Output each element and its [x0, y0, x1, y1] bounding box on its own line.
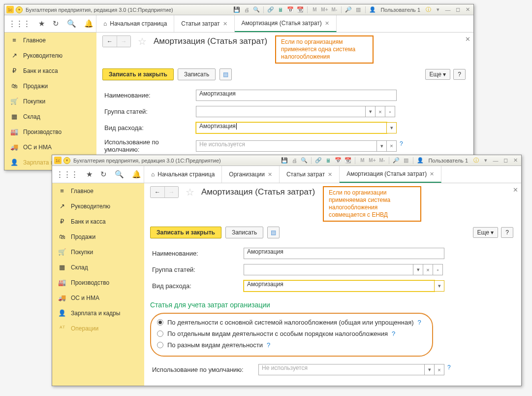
tab-close-icon[interactable]: ✕: [223, 21, 227, 27]
memo-mplus[interactable]: М+: [368, 157, 376, 165]
tab-amort[interactable]: Амортизация (Статья затрат) ✕: [340, 166, 441, 183]
minimize-button[interactable]: —: [492, 157, 500, 165]
sidebar-item-assets[interactable]: 🚚ОС и НМА: [4, 139, 96, 155]
calendar-icon[interactable]: 📅: [334, 157, 342, 165]
help-link[interactable]: ?: [267, 341, 270, 349]
radio-opt2[interactable]: [157, 330, 163, 337]
restore-button[interactable]: ◻: [454, 6, 462, 14]
content-close-button[interactable]: ✕: [465, 35, 470, 43]
link-icon[interactable]: 🔗: [267, 6, 275, 14]
sidebar-item-warehouse[interactable]: ▦Склад: [4, 109, 96, 124]
more-button[interactable]: Еще ▾: [473, 227, 499, 238]
app-menu-button[interactable]: ▾: [63, 157, 70, 164]
help-button[interactable]: ?: [501, 227, 513, 238]
info-icon[interactable]: ⓘ: [424, 6, 432, 14]
print-icon[interactable]: 🖨: [243, 6, 250, 14]
nav-back-button[interactable]: ←: [151, 187, 164, 198]
save-icon[interactable]: 💾: [233, 6, 241, 14]
sidebar-item-warehouse[interactable]: ▦Склад: [52, 260, 144, 275]
sidebar-item-bank[interactable]: ₽Банк и касса: [52, 214, 144, 229]
content-close-button[interactable]: ✕: [513, 186, 518, 194]
help-button[interactable]: ?: [453, 69, 466, 80]
clear-button[interactable]: ×: [387, 140, 397, 152]
memo-mminus[interactable]: М-: [330, 6, 338, 14]
group-input[interactable]: [244, 264, 413, 275]
app-menu-button[interactable]: ▾: [16, 6, 23, 13]
dropdown-icon[interactable]: ▾: [482, 157, 490, 165]
radio-opt1[interactable]: [157, 319, 163, 326]
close-button[interactable]: ✕: [464, 6, 471, 14]
help-link[interactable]: ?: [418, 319, 421, 326]
dropdown-icon[interactable]: ▾: [434, 6, 442, 14]
sidebar-item-main[interactable]: ≡Главное: [4, 33, 96, 48]
calc-icon[interactable]: 🖩: [277, 6, 284, 14]
nav-forward-button[interactable]: →: [117, 36, 130, 47]
default-input[interactable]: Не используется: [196, 140, 377, 152]
clear-button[interactable]: ×: [435, 364, 444, 375]
favorites-icon[interactable]: ★: [38, 19, 45, 28]
type-input[interactable]: Амортизация: [196, 122, 387, 133]
name-input[interactable]: Амортизация: [196, 90, 397, 101]
save-button[interactable]: Записать: [225, 227, 263, 238]
type-input[interactable]: Амортизация: [244, 280, 435, 292]
radio-opt3[interactable]: [157, 342, 163, 348]
sidebar-item-sales[interactable]: 🛍Продажи: [4, 78, 96, 94]
date-icon[interactable]: 📆: [344, 157, 352, 165]
clear-button[interactable]: ×: [423, 264, 433, 275]
nav-forward-button[interactable]: →: [164, 187, 178, 198]
calendar-icon[interactable]: 📅: [286, 6, 294, 14]
dropdown-button[interactable]: ▾: [435, 280, 444, 292]
zoom-icon[interactable]: 🔎: [392, 157, 400, 165]
help-link[interactable]: ?: [447, 364, 451, 375]
restore-button[interactable]: ◻: [501, 157, 509, 165]
memo-mminus[interactable]: М-: [378, 157, 386, 165]
preview-icon[interactable]: 🔍: [300, 157, 308, 165]
apps-icon[interactable]: ⋮⋮⋮: [8, 19, 31, 28]
name-input[interactable]: Амортизация: [244, 248, 444, 259]
tab-home[interactable]: ⌂ Начальная страница: [96, 15, 174, 32]
notifications-icon[interactable]: 🔔: [132, 170, 141, 179]
date-icon[interactable]: 📆: [296, 6, 304, 14]
sidebar-item-purchases[interactable]: 🛒Покупки: [52, 244, 144, 260]
dropdown-button[interactable]: ▾: [413, 264, 423, 275]
tab-close-icon[interactable]: ✕: [268, 171, 272, 178]
sidebar-item-operations[interactable]: ᴬᵀОперации: [52, 321, 144, 336]
sidebar-item-manager[interactable]: ↗Руководителю: [52, 198, 144, 214]
history-icon[interactable]: ↻: [53, 19, 59, 28]
sidebar-item-assets[interactable]: 🚚ОС и НМА: [52, 290, 144, 305]
views-icon[interactable]: ▥: [354, 6, 362, 14]
minimize-button[interactable]: —: [444, 6, 452, 14]
zoom-icon[interactable]: 🔎: [344, 6, 352, 14]
tab-amort[interactable]: Амортизация (Статья затрат) ✕: [235, 15, 337, 32]
sidebar-item-production[interactable]: 🏭Производство: [52, 275, 144, 290]
tab-close-icon[interactable]: ✕: [325, 20, 329, 27]
calc-icon[interactable]: 🖩: [324, 157, 332, 165]
tab-org[interactable]: Организации ✕: [222, 166, 280, 183]
default-input[interactable]: Не используется: [258, 364, 425, 375]
save-icon[interactable]: 💾: [281, 157, 288, 165]
sidebar-item-main[interactable]: ≡Главное: [52, 183, 144, 198]
sidebar-item-purchases[interactable]: 🛒Покупки: [4, 94, 96, 109]
link-icon[interactable]: 🔗: [314, 157, 322, 165]
sidebar-item-manager[interactable]: ↗Руководителю: [4, 48, 96, 63]
info-icon[interactable]: ⓘ: [472, 157, 480, 165]
save-close-button[interactable]: Записать и закрыть: [102, 68, 174, 80]
notifications-icon[interactable]: 🔔: [84, 19, 94, 28]
help-link[interactable]: ?: [392, 330, 395, 337]
sidebar-item-bank[interactable]: ₽Банк и касса: [4, 63, 96, 78]
favorite-star-icon[interactable]: ☆: [138, 35, 147, 47]
group-input[interactable]: [196, 106, 366, 117]
preview-icon[interactable]: 🔍: [252, 6, 260, 14]
dropdown-button[interactable]: ▾: [387, 122, 397, 133]
print-icon[interactable]: 🖨: [290, 157, 298, 165]
memo-mplus[interactable]: М+: [320, 6, 328, 14]
open-button[interactable]: ▫: [385, 106, 395, 117]
search-icon[interactable]: 🔍: [67, 19, 76, 28]
memo-m[interactable]: М: [358, 157, 366, 165]
close-button[interactable]: ✕: [511, 157, 519, 165]
tab-stati[interactable]: Статьи затрат ✕: [174, 15, 234, 32]
dropdown-button[interactable]: ▾: [377, 140, 387, 152]
save-close-button[interactable]: Записать и закрыть: [150, 227, 221, 238]
tab-home[interactable]: ⌂ Начальная страница: [144, 166, 222, 183]
save-button[interactable]: Записать: [178, 68, 216, 80]
